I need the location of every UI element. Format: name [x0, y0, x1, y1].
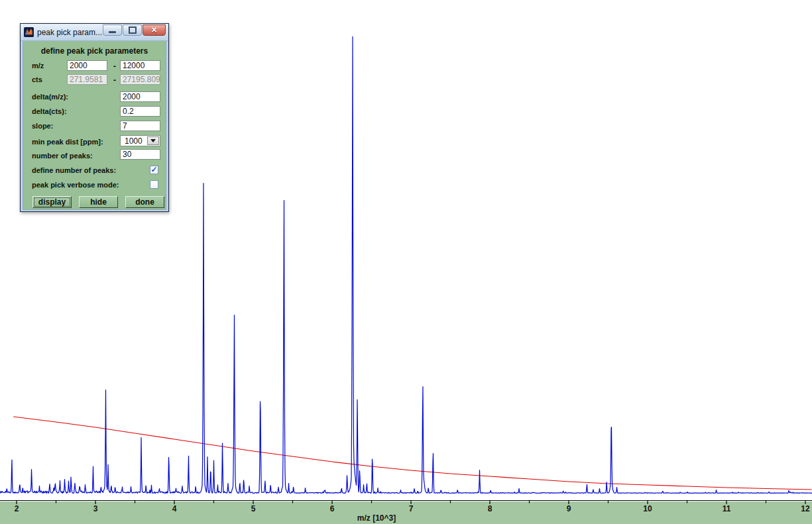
close-icon: ✕ [151, 26, 157, 34]
verbose-label: peak pick verbose mode: [32, 181, 119, 189]
threshold-line [13, 417, 811, 490]
mz-range-dash: - [111, 62, 118, 71]
close-button[interactable]: ✕ [143, 25, 166, 36]
display-button[interactable]: display [32, 196, 72, 208]
min-peak-dist-value: 1000 [125, 136, 143, 146]
delta-cts-label: delta(cts): [32, 107, 67, 115]
dialog-heading: define peak pick parameters [23, 46, 166, 56]
done-button[interactable]: done [125, 196, 164, 208]
matlab-figure-window: 23456789101112 m/z [10^3] peak pick para… [0, 0, 812, 524]
x-tick-label: 12 [801, 504, 809, 513]
restore-icon [129, 26, 137, 34]
mz-label: m/z [32, 62, 44, 70]
chevron-down-icon [150, 139, 156, 142]
x-tick-label: 8 [488, 504, 493, 513]
mz-to-input[interactable] [120, 60, 160, 71]
dialog-body: define peak pick parameters m/z - cts - … [23, 41, 166, 210]
x-tick-label: 4 [172, 504, 177, 513]
cts-range-dash: - [111, 76, 118, 85]
min-peak-dist-dropdown[interactable]: 1000 [120, 135, 160, 146]
matlab-icon [24, 27, 34, 37]
define-num-peaks-checkbox[interactable]: ✓ [150, 166, 158, 174]
delta-cts-input[interactable] [120, 106, 160, 117]
mz-from-input[interactable] [67, 60, 107, 71]
delta-mz-label: delta(m/z): [32, 93, 68, 101]
dropdown-button[interactable] [147, 136, 159, 145]
slope-label: slope: [32, 122, 53, 130]
x-tick-label: 7 [409, 504, 414, 513]
dialog-titlebar[interactable]: peak pick param... ✕ [21, 24, 168, 41]
cts-from-input [67, 74, 107, 85]
restore-button[interactable] [123, 25, 142, 36]
x-tick-label: 10 [643, 504, 652, 513]
cts-to-input [120, 74, 160, 85]
num-peaks-input[interactable] [120, 149, 160, 160]
x-tick-label: 3 [93, 504, 98, 513]
x-axis-title: m/z [10^3] [357, 513, 396, 523]
x-tick-label: 5 [251, 504, 256, 513]
min-peak-dist-label: min peak dist [ppm]: [32, 138, 103, 146]
define-num-peaks-label: define number of peaks: [32, 166, 116, 174]
delta-mz-input[interactable] [120, 91, 160, 102]
x-tick-label: 11 [723, 504, 731, 513]
checkmark-icon: ✓ [150, 166, 157, 174]
hide-button[interactable]: hide [79, 196, 118, 208]
minimize-icon [109, 31, 116, 33]
x-tick-label: 9 [567, 504, 571, 513]
verbose-checkbox[interactable]: ✓ [150, 180, 158, 189]
cts-label: cts [32, 76, 42, 83]
slope-input[interactable] [120, 121, 160, 131]
x-tick-label: 6 [330, 504, 335, 513]
peak-pick-dialog: peak pick param... ✕ define peak pick pa… [20, 23, 169, 212]
num-peaks-label: number of peaks: [32, 152, 93, 160]
minimize-button[interactable] [103, 25, 122, 36]
x-tick-label: 2 [15, 504, 19, 513]
